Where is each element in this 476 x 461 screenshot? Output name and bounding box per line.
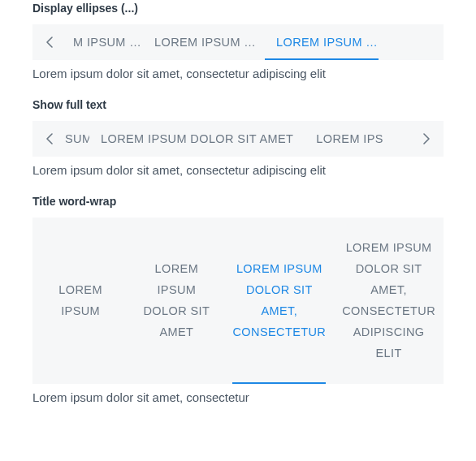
tabbar-wordwrap: LOREM IPSUM LOREM IPSUM DOLOR SIT AMET L… — [32, 218, 444, 384]
tabbar-ellipses: M IPSUM … LOREM IPSUM … LOREM IPSUM … — [32, 24, 444, 60]
tab[interactable]: SUM — [62, 121, 89, 157]
tab[interactable]: LOREM IPSUM DOLOR SIT AMET — [128, 218, 224, 384]
section-title: Show full text — [32, 98, 444, 111]
section-title: Display ellipses (...) — [32, 2, 444, 15]
tab[interactable]: M IPSUM … — [62, 24, 143, 60]
tab[interactable]: LOREM IPSUM — [32, 218, 128, 384]
tab-content-text: Lorem ipsum dolor sit amet, consectetur … — [32, 163, 444, 177]
section-title: Title word-wrap — [32, 195, 444, 208]
tab[interactable]: LOREM IPSUM DOLOR SIT AMET, CONSECTETUR … — [334, 218, 444, 384]
tabbar-fulltext: SUM LOREM IPSUM DOLOR SIT AMET LOREM IPS — [32, 121, 444, 157]
section-fulltext: Show full text SUM LOREM IPSUM DOLOR SIT… — [32, 98, 444, 177]
chevron-left-icon[interactable] — [37, 121, 62, 157]
section-wordwrap: Title word-wrap LOREM IPSUM LOREM IPSUM … — [32, 195, 444, 404]
tab-content-text: Lorem ipsum dolor sit amet, consectetur … — [32, 67, 444, 80]
tab[interactable]: LOREM IPSUM … — [143, 24, 265, 60]
tab[interactable]: LOREM IPS — [305, 121, 388, 157]
section-ellipses: Display ellipses (...) M IPSUM … LOREM I… — [32, 2, 444, 80]
tab[interactable]: LOREM IPSUM … — [265, 24, 379, 60]
chevron-left-icon[interactable] — [37, 24, 62, 60]
tab[interactable]: LOREM IPSUM DOLOR SIT AMET — [89, 121, 305, 157]
chevron-right-icon[interactable] — [414, 121, 439, 157]
tab[interactable]: LOREM IPSUM DOLOR SIT AMET, CONSECTETUR — [224, 218, 334, 384]
tab-content-text: Lorem ipsum dolor sit amet, consectetur — [32, 390, 444, 404]
